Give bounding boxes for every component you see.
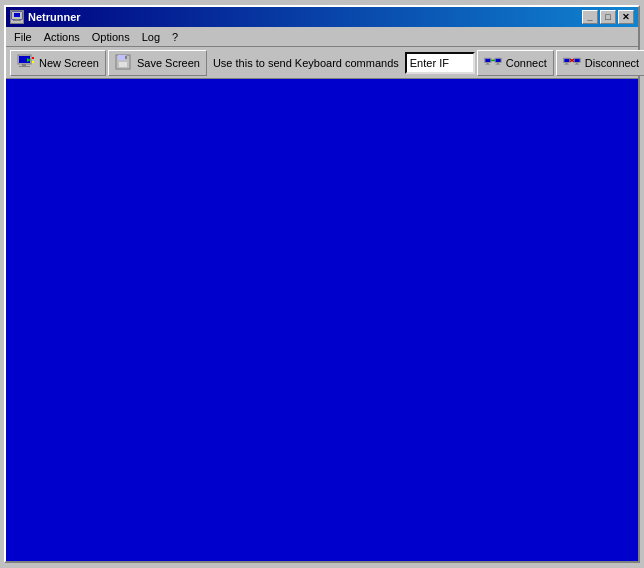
svg-rect-3 [15,19,19,20]
new-screen-icon [17,54,35,72]
svg-rect-19 [486,62,488,63]
new-screen-button[interactable]: New Screen [10,50,106,76]
disconnect-button[interactable]: Disconnect [556,50,644,76]
svg-rect-2 [14,13,20,17]
svg-rect-13 [118,55,126,60]
svg-rect-29 [565,62,567,63]
save-screen-icon [115,54,133,72]
svg-rect-23 [497,62,499,63]
save-screen-label: Save Screen [137,57,200,69]
app-icon [10,10,24,24]
connect-label: Connect [506,57,547,69]
menu-file[interactable]: File [8,27,38,46]
close-button[interactable]: ✕ [618,10,634,24]
svg-rect-20 [485,63,490,64]
menu-actions[interactable]: Actions [38,27,86,46]
maximize-button[interactable]: □ [600,10,616,24]
svg-rect-28 [564,58,569,61]
title-text: Netrunner [10,10,81,24]
title-bar: Netrunner _ □ ✕ [6,7,638,27]
svg-rect-22 [495,58,500,61]
svg-rect-34 [574,63,579,64]
menu-help[interactable]: ? [166,27,184,46]
svg-rect-11 [32,61,34,63]
svg-rect-33 [576,62,578,63]
main-window: Netrunner _ □ ✕ File Actions Options Log… [4,5,640,563]
minimize-button[interactable]: _ [582,10,598,24]
disconnect-icon [563,54,581,72]
svg-rect-30 [564,63,569,64]
new-screen-label: New Screen [39,57,99,69]
svg-rect-10 [32,57,34,59]
menu-options[interactable]: Options [86,27,136,46]
svg-rect-4 [13,20,21,21]
menu-log[interactable]: Log [136,27,166,46]
svg-rect-8 [19,66,30,67]
toolbar: New Screen Save Screen Use this to send … [6,47,638,79]
save-screen-button[interactable]: Save Screen [108,50,207,76]
svg-rect-16 [125,56,127,59]
svg-rect-18 [485,58,490,61]
svg-rect-7 [22,64,26,66]
window-title: Netrunner [28,11,81,23]
disconnect-label: Disconnect [585,57,639,69]
main-content-area [6,79,638,561]
keyboard-input[interactable] [405,52,475,74]
svg-rect-32 [574,58,579,61]
menu-bar: File Actions Options Log ? [6,27,638,47]
connect-button[interactable]: Connect [477,50,554,76]
connect-icon [484,54,502,72]
svg-rect-15 [119,62,127,67]
svg-rect-24 [495,63,500,64]
keyboard-commands-label: Use this to send Keyboard commands [209,57,403,69]
title-controls: _ □ ✕ [582,10,634,24]
